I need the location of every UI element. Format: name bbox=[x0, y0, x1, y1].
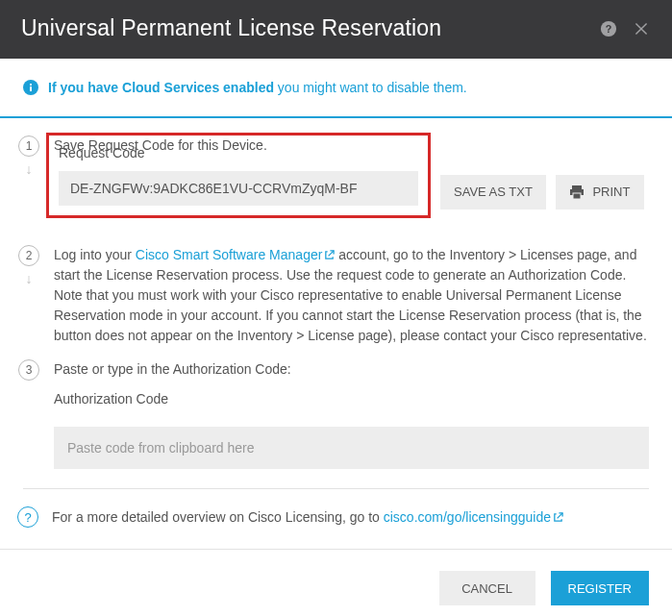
close-icon[interactable] bbox=[632, 19, 651, 38]
step-3-title: Paste or type in the Authorization Code: bbox=[54, 359, 649, 380]
step-2: 2 ↓ Log into your Cisco Smart Software M… bbox=[17, 245, 649, 346]
step-1-indicator: 1 ↓ bbox=[17, 136, 40, 232]
dialog-footer: CANCEL REGISTER bbox=[0, 549, 672, 616]
help-row: ? For a more detailed overview on Cisco … bbox=[0, 489, 672, 549]
auth-code-label: Authorization Code bbox=[54, 389, 649, 409]
svg-rect-9 bbox=[573, 193, 581, 199]
request-code-highlight: Request Code bbox=[46, 133, 431, 218]
step-2-text-pre: Log into your bbox=[54, 247, 136, 262]
info-text-bold: If you have Cloud Services enabled bbox=[48, 80, 274, 95]
register-button[interactable]: REGISTER bbox=[551, 571, 649, 605]
svg-rect-5 bbox=[30, 86, 32, 91]
steps-container: 1 ↓ Save Request Code for this Device. R… bbox=[0, 118, 672, 469]
arrow-down-icon: ↓ bbox=[26, 272, 33, 285]
info-text-rest: you might want to disable them. bbox=[274, 80, 467, 95]
request-code-row: Request Code SAVE AS TXT PRINT bbox=[54, 165, 649, 218]
help-text-container: For a more detailed overview on Cisco Li… bbox=[52, 509, 563, 525]
external-link-icon bbox=[553, 510, 563, 521]
help-text: For a more detailed overview on Cisco Li… bbox=[52, 509, 384, 525]
svg-text:?: ? bbox=[606, 22, 612, 34]
header-actions: ? bbox=[599, 19, 651, 38]
cssm-link[interactable]: Cisco Smart Software Manager bbox=[136, 247, 336, 262]
dialog-header: Universal Permanent License Reservation … bbox=[0, 0, 672, 59]
step-2-indicator: 2 ↓ bbox=[17, 245, 40, 346]
step-1-body: Save Request Code for this Device. Reque… bbox=[54, 136, 649, 232]
request-code-field[interactable] bbox=[59, 171, 418, 206]
step-3-indicator: 3 bbox=[17, 359, 40, 469]
print-button[interactable]: PRINT bbox=[556, 175, 644, 209]
licensing-guide-link[interactable]: cisco.com/go/licensingguide bbox=[384, 509, 563, 525]
step-1-badge: 1 bbox=[18, 136, 39, 157]
licensing-guide-link-label: cisco.com/go/licensingguide bbox=[384, 509, 551, 525]
step-3: 3 Paste or type in the Authorization Cod… bbox=[17, 359, 649, 469]
step-3-badge: 3 bbox=[18, 359, 39, 381]
authorization-code-input[interactable] bbox=[54, 427, 649, 469]
help-badge-icon: ? bbox=[17, 506, 38, 528]
help-icon[interactable]: ? bbox=[599, 19, 618, 38]
step-3-body: Paste or type in the Authorization Code:… bbox=[54, 359, 649, 469]
cancel-button[interactable]: CANCEL bbox=[439, 571, 535, 605]
step-2-badge: 2 bbox=[18, 245, 39, 266]
print-icon bbox=[569, 185, 585, 199]
print-button-label: PRINT bbox=[592, 185, 630, 199]
arrow-down-icon: ↓ bbox=[26, 162, 33, 176]
external-link-icon bbox=[324, 246, 335, 257]
request-code-label: Request Code bbox=[59, 143, 418, 163]
info-text: If you have Cloud Services enabled you m… bbox=[48, 80, 467, 95]
step-1: 1 ↓ Save Request Code for this Device. R… bbox=[17, 136, 649, 232]
svg-rect-6 bbox=[30, 84, 32, 86]
info-banner: If you have Cloud Services enabled you m… bbox=[0, 59, 672, 116]
dialog-title: Universal Permanent License Reservation bbox=[21, 15, 441, 41]
step-2-body: Log into your Cisco Smart Software Manag… bbox=[54, 245, 649, 346]
save-as-txt-button[interactable]: SAVE AS TXT bbox=[440, 175, 546, 209]
cssm-link-label: Cisco Smart Software Manager bbox=[136, 247, 323, 262]
info-icon bbox=[23, 80, 38, 95]
svg-rect-7 bbox=[572, 185, 582, 189]
